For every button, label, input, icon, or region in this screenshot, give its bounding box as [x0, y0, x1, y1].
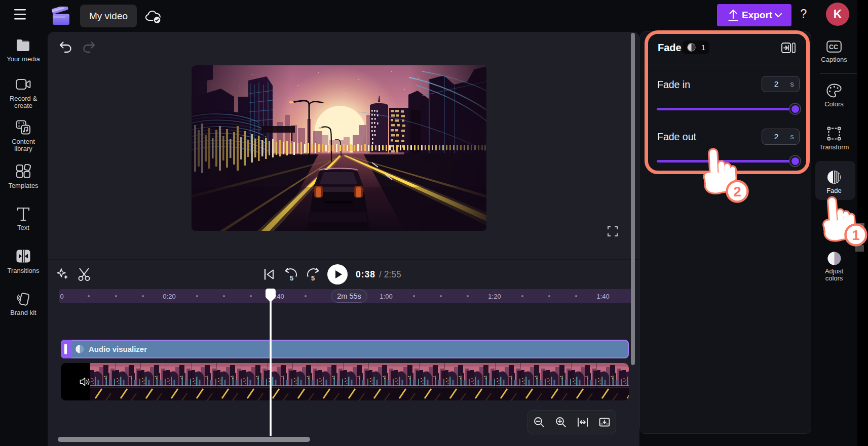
svg-text:CC: CC [829, 44, 838, 51]
svg-text:5: 5 [311, 274, 315, 282]
svg-text:5: 5 [290, 274, 293, 282]
